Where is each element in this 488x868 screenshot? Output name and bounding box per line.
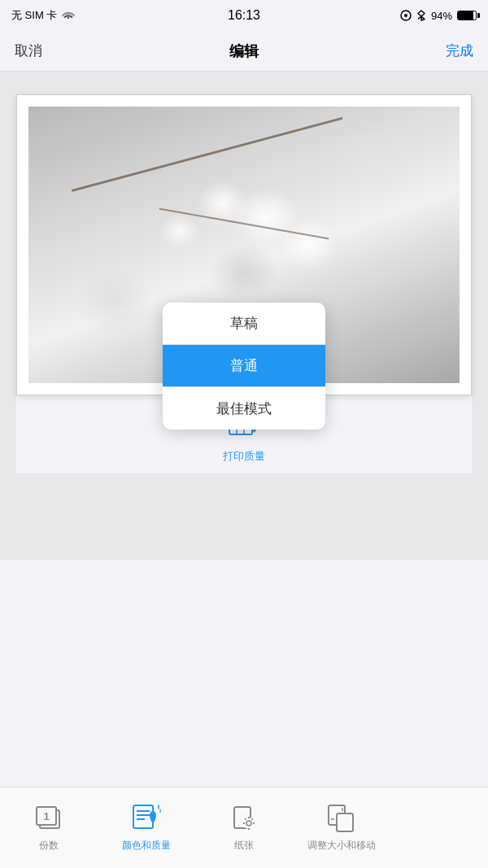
cancel-button[interactable]: 取消 xyxy=(15,41,42,60)
bottom-toolbar: 1 份数 颜色和质量 xyxy=(0,787,488,868)
page-title: 编辑 xyxy=(229,41,259,61)
toolbar-item-paper[interactable]: 纸张 xyxy=(195,787,293,868)
resize-icon xyxy=(327,804,356,833)
quality-dropdown: 草稿 普通 最佳模式 xyxy=(163,303,325,430)
svg-rect-24 xyxy=(253,822,255,824)
status-bar: 无 SIM 卡 16:13 94% xyxy=(0,0,488,31)
battery-icon xyxy=(457,11,477,20)
toolbar-item-color-quality[interactable]: 颜色和质量 xyxy=(98,787,195,868)
toolbar-label-color-quality: 颜色和质量 xyxy=(122,839,171,853)
svg-rect-21 xyxy=(248,817,250,818)
paper-icon xyxy=(231,805,257,831)
sim-text: 无 SIM 卡 xyxy=(11,8,57,23)
svg-rect-28 xyxy=(337,813,353,831)
copies-icon-box: 1 xyxy=(33,803,64,834)
toolbar-label-copies: 份数 xyxy=(39,839,59,853)
svg-point-1 xyxy=(404,14,407,17)
location-icon xyxy=(400,10,412,21)
nav-bar: 取消 编辑 完成 xyxy=(0,31,488,72)
copies-icon: 1 xyxy=(34,805,63,832)
svg-rect-22 xyxy=(248,828,250,830)
svg-line-16 xyxy=(160,809,161,810)
resize-icon-box xyxy=(326,803,357,834)
toolbar-label-paper: 纸张 xyxy=(234,839,254,853)
print-quality-label: 打印质量 xyxy=(223,449,265,464)
paper-icon-box xyxy=(229,803,259,834)
toolbar-label-resize: 调整大小和移动 xyxy=(307,839,376,853)
status-right: 94% xyxy=(400,10,477,22)
svg-text:1: 1 xyxy=(43,810,49,822)
status-left: 无 SIM 卡 xyxy=(11,8,75,23)
svg-rect-23 xyxy=(243,822,245,824)
toolbar-item-resize[interactable]: 调整大小和移动 xyxy=(293,787,390,868)
color-quality-icon xyxy=(132,804,161,833)
dropdown-item-best[interactable]: 最佳模式 xyxy=(163,387,325,430)
color-quality-icon-box xyxy=(131,803,162,834)
toolbar-item-copies[interactable]: 1 份数 xyxy=(0,787,98,868)
bluetooth-icon xyxy=(416,10,426,21)
battery-percent: 94% xyxy=(431,10,452,22)
dropdown-item-draft[interactable]: 草稿 xyxy=(163,303,325,345)
status-time: 16:13 xyxy=(228,8,260,23)
content-area: 草稿 普通 最佳模式 打印质量 xyxy=(0,72,488,560)
done-button[interactable]: 完成 xyxy=(446,41,473,60)
wifi-icon xyxy=(62,11,75,20)
dropdown-item-normal[interactable]: 普通 xyxy=(163,345,325,387)
